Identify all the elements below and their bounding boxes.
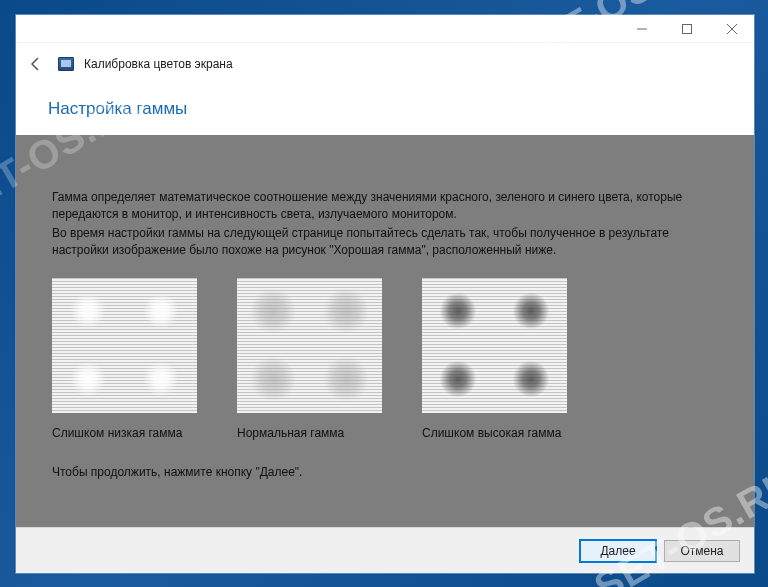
gamma-high-image xyxy=(422,278,567,413)
app-title: Калибровка цветов экрана xyxy=(84,57,233,71)
gamma-high-caption: Слишком высокая гамма xyxy=(422,425,567,442)
gamma-normal-caption: Нормальная гамма xyxy=(237,425,382,442)
maximize-button[interactable] xyxy=(664,15,709,42)
heading-row: Настройка гаммы xyxy=(16,85,754,135)
minimize-button[interactable] xyxy=(619,15,664,42)
titlebar xyxy=(16,15,754,43)
gamma-sample-low: Слишком низкая гамма xyxy=(52,278,197,442)
gamma-low-image xyxy=(52,278,197,413)
next-button[interactable]: Далее xyxy=(580,540,656,562)
gamma-low-caption: Слишком низкая гамма xyxy=(52,425,197,442)
header-row: Калибровка цветов экрана xyxy=(16,43,754,85)
gamma-samples: Слишком низкая гамма Нормальная гамма Сл… xyxy=(52,278,718,442)
description-paragraph-1: Гамма определяет математическое соотноше… xyxy=(52,189,692,224)
description-paragraph-2: Во время настройки гаммы на следующей ст… xyxy=(52,225,692,260)
content-area: Гамма определяет математическое соотноше… xyxy=(16,135,754,527)
svg-rect-1 xyxy=(682,24,691,33)
description: Гамма определяет математическое соотноше… xyxy=(52,189,692,260)
back-button[interactable] xyxy=(24,52,48,76)
footer: Далее Отмена xyxy=(16,527,754,573)
continue-hint: Чтобы продолжить, нажмите кнопку "Далее"… xyxy=(52,464,718,481)
gamma-sample-high: Слишком высокая гамма xyxy=(422,278,567,442)
monitor-icon xyxy=(58,57,74,71)
calibration-wizard-window: Калибровка цветов экрана Настройка гаммы… xyxy=(15,14,755,574)
page-heading: Настройка гаммы xyxy=(48,99,722,119)
gamma-normal-image xyxy=(237,278,382,413)
gamma-sample-normal: Нормальная гамма xyxy=(237,278,382,442)
close-button[interactable] xyxy=(709,15,754,42)
cancel-button[interactable]: Отмена xyxy=(664,540,740,562)
